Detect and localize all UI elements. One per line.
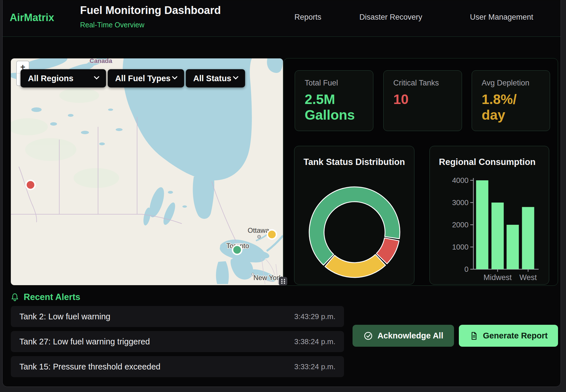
region-filter-value: All Regions	[28, 74, 74, 83]
svg-text:1000: 1000	[452, 243, 469, 251]
chevron-down-icon	[93, 76, 100, 81]
brand-logo: AirMatrix	[10, 12, 54, 24]
bar-west[interactable]	[522, 207, 534, 269]
tank-marker-critical[interactable]	[26, 180, 35, 189]
tank-status-chart-card: Tank Status Distribution	[294, 146, 414, 285]
recent-alerts-title: Recent Alerts	[24, 292, 80, 302]
nav-disaster-recovery[interactable]: Disaster Recovery	[359, 13, 422, 22]
fuel-type-filter-dropdown[interactable]: All Fuel Types	[108, 69, 184, 87]
svg-text:West: West	[519, 273, 537, 282]
chevron-down-icon	[233, 76, 239, 81]
svg-text:Midwest: Midwest	[483, 273, 512, 282]
donut-chart[interactable]	[294, 146, 414, 285]
tank-marker-normal[interactable]	[233, 245, 242, 254]
page-title: Fuel Monitoring Dashboard	[80, 4, 221, 17]
city-label-ottawa: Ottawa	[248, 226, 270, 234]
stat-label: Total Fuel	[305, 79, 373, 87]
alert-message: Tank 2: Low fuel warning	[19, 312, 110, 321]
alert-row-1[interactable]: Tank 2: Low fuel warning 3:43:29 p.m.	[11, 306, 344, 327]
alert-timestamp: 3:43:29 p.m.	[294, 312, 335, 321]
country-label: Canada	[89, 58, 112, 64]
acknowledge-all-label: Acknowledge All	[378, 331, 443, 340]
alert-timestamp: 3:38:24 p.m.	[294, 337, 335, 346]
regional-consumption-chart-card: Regional Consumption 01000200030004000Mi…	[429, 146, 549, 285]
bar-region-1[interactable]	[476, 180, 488, 269]
region-filter-dropdown[interactable]: All Regions	[21, 69, 106, 87]
city-label-new-york: New York	[253, 274, 282, 281]
check-circle-icon	[363, 331, 373, 341]
map-filter-bar: All Regions All Fuel Types All Status	[21, 69, 245, 87]
alert-timestamp: 3:33:24 p.m.	[294, 362, 335, 371]
bar-chart[interactable]: 01000200030004000MidwestWest	[430, 146, 549, 285]
alert-row-3[interactable]: Tank 15: Pressure threshold exceeded 3:3…	[11, 356, 344, 377]
top-bar: AirMatrix Fuel Monitoring Dashboard Real…	[3, 0, 561, 37]
donut-segment-warning[interactable]	[325, 254, 385, 277]
recent-alerts-header: Recent Alerts	[10, 292, 80, 302]
generate-report-button[interactable]: Generate Report	[459, 325, 558, 347]
stat-value-avg-depletion: 1.8%/ day	[482, 91, 550, 123]
stat-value-critical-tanks: 10	[393, 91, 462, 107]
alert-message: Tank 15: Pressure threshold exceeded	[19, 362, 160, 371]
stat-label: Avg Depletion	[482, 79, 550, 87]
tank-marker-warning[interactable]	[267, 230, 276, 239]
page-subtitle: Real-Time Overview	[80, 21, 144, 29]
dashboard-frame: AirMatrix Fuel Monitoring Dashboard Real…	[2, 0, 561, 387]
status-filter-dropdown[interactable]: All Status	[186, 69, 245, 87]
stat-label: Critical Tanks	[393, 79, 462, 87]
bar-region-3[interactable]	[507, 225, 519, 269]
fuel-type-filter-value: All Fuel Types	[115, 74, 170, 83]
fleet-map[interactable]: Canada Ottawa Toronto New York + − All R…	[11, 58, 283, 285]
alert-row-2[interactable]: Tank 27: Low fuel warning triggered 3:38…	[11, 331, 344, 352]
acknowledge-all-button[interactable]: Acknowledge All	[353, 325, 454, 347]
generate-report-label: Generate Report	[483, 331, 547, 340]
stat-value-total-fuel: 2.5M Gallons	[305, 91, 373, 123]
stat-card-total-fuel: Total Fuel 2.5M Gallons	[295, 70, 373, 131]
svg-text:2000: 2000	[452, 220, 469, 229]
nav-user-management[interactable]: User Management	[470, 13, 533, 22]
status-filter-value: All Status	[193, 74, 231, 83]
document-icon	[469, 331, 478, 340]
nav-reports[interactable]: Reports	[294, 13, 321, 22]
dots-grid-icon	[279, 277, 287, 285]
map-canvas[interactable]: Canada Ottawa Toronto New York	[11, 58, 283, 284]
svg-text:3000: 3000	[452, 198, 469, 207]
stat-card-avg-depletion: Avg Depletion 1.8%/ day	[472, 70, 550, 131]
bar-midwest[interactable]	[492, 203, 504, 269]
app-window: AirMatrix Fuel Monitoring Dashboard Real…	[0, 0, 566, 392]
metrics-panel: Total Fuel 2.5M Gallons Critical Tanks 1…	[284, 58, 558, 286]
bell-icon	[10, 293, 19, 302]
svg-text:0: 0	[465, 265, 469, 273]
map-attribution-button[interactable]	[279, 277, 287, 285]
stat-card-critical-tanks: Critical Tanks 10	[383, 70, 462, 131]
alert-message: Tank 27: Low fuel warning triggered	[19, 337, 150, 346]
svg-text:4000: 4000	[452, 176, 469, 185]
chevron-down-icon	[172, 76, 178, 81]
